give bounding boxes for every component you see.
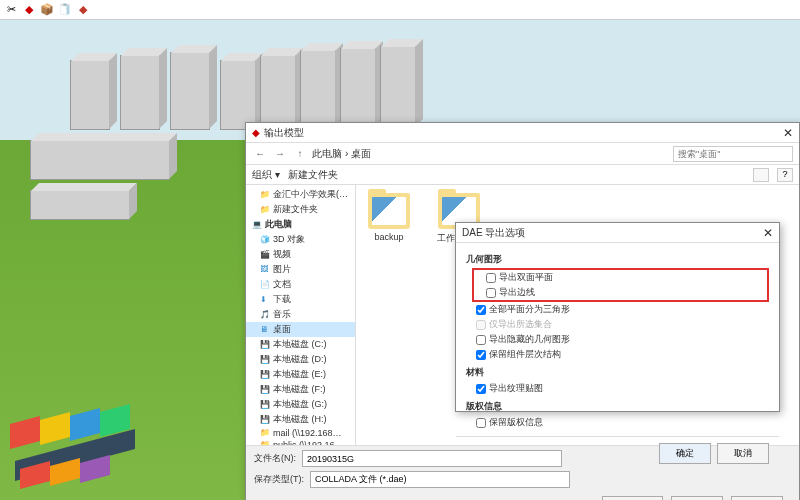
opt-texture-label: 导出纹理贴图: [489, 382, 543, 395]
tree-item[interactable]: 💾本地磁盘 (H:): [246, 412, 355, 427]
tree-item[interactable]: 💾本地磁盘 (D:): [246, 352, 355, 367]
export-dialog-titlebar[interactable]: ◆ 输出模型 ✕: [246, 123, 799, 143]
sketchup-icon: ◆: [252, 127, 260, 138]
options-title: DAE 导出选项: [462, 226, 525, 240]
opt-hierarchy-checkbox[interactable]: [476, 350, 486, 360]
export-button[interactable]: 导出: [671, 496, 723, 500]
options-cancel-button[interactable]: 取消: [717, 443, 769, 464]
tree-item-icon: ⬇: [260, 295, 270, 305]
tree-item[interactable]: 🖼图片: [246, 262, 355, 277]
tree-item[interactable]: 💾本地磁盘 (F:): [246, 382, 355, 397]
opt-selection-label: 仅导出所选集合: [489, 318, 552, 331]
tree-item-label: 本地磁盘 (E:): [273, 368, 326, 381]
tree-item-icon: 📁: [260, 190, 270, 200]
tree-item-icon: 💾: [260, 400, 270, 410]
roll-icon[interactable]: 🧻: [58, 3, 72, 17]
opt-two-faces-label: 导出双面平面: [499, 271, 553, 284]
opt-hidden-label: 导出隐藏的几何图形: [489, 333, 570, 346]
tree-item[interactable]: 📁public (\\192.16…: [246, 439, 355, 445]
opt-triangulate-label: 全部平面分为三角形: [489, 303, 570, 316]
tree-item-label: 本地磁盘 (F:): [273, 383, 326, 396]
opt-hierarchy-label: 保留组件层次结构: [489, 348, 561, 361]
ruby-icon[interactable]: ◆: [76, 3, 90, 17]
nav-forward-button[interactable]: →: [272, 148, 288, 159]
tree-item-icon: 📁: [260, 205, 270, 215]
tree-item-icon: 📄: [260, 280, 270, 290]
tree-item[interactable]: 🖥桌面: [246, 322, 355, 337]
tree-item-label: public (\\192.16…: [273, 440, 344, 445]
tree-item[interactable]: 📁金汇中小学效果(…: [246, 187, 355, 202]
tree-item[interactable]: ⬇下载: [246, 292, 355, 307]
tree-item-label: 此电脑: [265, 218, 292, 231]
tree-item-icon: 💾: [260, 340, 270, 350]
opt-two-faces-checkbox[interactable]: [486, 273, 496, 283]
nav-bar: ← → ↑ 此电脑 › 桌面: [246, 143, 799, 165]
organize-button[interactable]: 组织 ▾: [252, 168, 280, 182]
tree-item[interactable]: 🧊3D 对象: [246, 232, 355, 247]
tree-item-icon: 💾: [260, 385, 270, 395]
close-icon[interactable]: ✕: [783, 126, 793, 140]
opt-selection-checkbox: [476, 320, 486, 330]
help-button[interactable]: ?: [777, 168, 793, 182]
tree-item[interactable]: 📄文档: [246, 277, 355, 292]
tree-item-label: 本地磁盘 (G:): [273, 398, 327, 411]
paint-icon[interactable]: ◆: [22, 3, 36, 17]
tree-item-label: 音乐: [273, 308, 291, 321]
nav-back-button[interactable]: ←: [252, 148, 268, 159]
folder-icon: [368, 193, 410, 229]
options-button[interactable]: 选项…: [602, 496, 663, 500]
model-playground: [0, 380, 200, 500]
tree-item[interactable]: 💻此电脑: [246, 217, 355, 232]
tree-item-icon: 🎵: [260, 310, 270, 320]
view-mode-button[interactable]: [753, 168, 769, 182]
export-dialog-title: 输出模型: [264, 126, 304, 140]
tree-item-icon: 💾: [260, 415, 270, 425]
opt-hidden-checkbox[interactable]: [476, 335, 486, 345]
tree-item-label: mail (\\192.168…: [273, 428, 342, 438]
options-titlebar[interactable]: DAE 导出选项 ✕: [456, 223, 779, 243]
close-icon[interactable]: ✕: [763, 226, 773, 240]
group-copyright-label: 版权信息: [466, 400, 769, 413]
browser-toolbar: 组织 ▾ 新建文件夹 ?: [246, 165, 799, 185]
tree-item[interactable]: 💾本地磁盘 (C:): [246, 337, 355, 352]
tree-item[interactable]: 📁mail (\\192.168…: [246, 427, 355, 439]
opt-texture-checkbox[interactable]: [476, 384, 486, 394]
breadcrumb-pc[interactable]: 此电脑: [312, 147, 342, 161]
tree-item-icon: 📁: [260, 440, 270, 445]
tree-item-icon: 💻: [252, 220, 262, 230]
tree-item-label: 新建文件夹: [273, 203, 318, 216]
tree-item[interactable]: 💾本地磁盘 (G:): [246, 397, 355, 412]
ok-button[interactable]: 确定: [659, 443, 711, 464]
nav-up-button[interactable]: ↑: [292, 148, 308, 159]
app-toolbar: ✂ ◆ 📦 🧻 ◆: [0, 0, 800, 20]
opt-copyright-checkbox[interactable]: [476, 418, 486, 428]
new-folder-button[interactable]: 新建文件夹: [288, 168, 338, 182]
tree-item-label: 本地磁盘 (D:): [273, 353, 327, 366]
tree-item-label: 下载: [273, 293, 291, 306]
opt-edges-label: 导出边线: [499, 286, 535, 299]
highlight-annotation: 导出双面平面 导出边线: [472, 268, 769, 302]
cube-icon[interactable]: 📦: [40, 3, 54, 17]
opt-copyright-label: 保留版权信息: [489, 416, 543, 429]
cancel-button[interactable]: 取消: [731, 496, 783, 500]
filename-label: 文件名(N):: [254, 452, 296, 465]
search-input[interactable]: [673, 146, 793, 162]
tree-item-icon: 💾: [260, 355, 270, 365]
tree-item[interactable]: 📁新建文件夹: [246, 202, 355, 217]
tree-item-label: 3D 对象: [273, 233, 305, 246]
folder-item[interactable]: backup: [364, 193, 414, 242]
opt-edges-checkbox[interactable]: [486, 288, 496, 298]
tree-item-label: 桌面: [273, 323, 291, 336]
filetype-select[interactable]: [310, 471, 570, 488]
opt-triangulate-checkbox[interactable]: [476, 305, 486, 315]
tree-item-icon: 🧊: [260, 235, 270, 245]
breadcrumb[interactable]: 此电脑 › 桌面: [312, 147, 669, 161]
tree-item[interactable]: 🎬视频: [246, 247, 355, 262]
tree-item[interactable]: 🎵音乐: [246, 307, 355, 322]
scissors-icon[interactable]: ✂: [4, 3, 18, 17]
folder-tree[interactable]: 📁金汇中小学效果(…📁新建文件夹💻此电脑🧊3D 对象🎬视频🖼图片📄文档⬇下载🎵音…: [246, 185, 356, 445]
tree-item-label: 图片: [273, 263, 291, 276]
tree-item-label: 金汇中小学效果(…: [273, 188, 348, 201]
tree-item[interactable]: 💾本地磁盘 (E:): [246, 367, 355, 382]
breadcrumb-desktop[interactable]: 桌面: [351, 147, 371, 161]
